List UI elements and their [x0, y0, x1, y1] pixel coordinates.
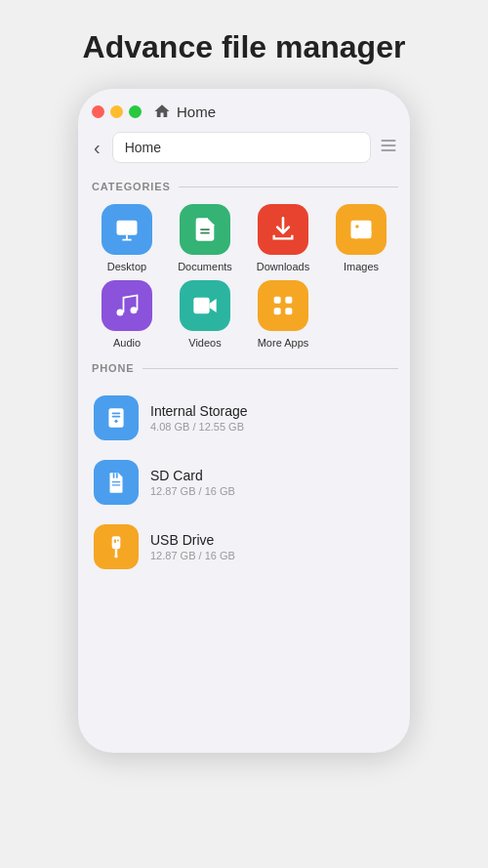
category-label-videos: Videos — [188, 337, 221, 349]
svg-point-7 — [355, 225, 359, 228]
category-icon-audio — [102, 280, 152, 331]
category-icon-documents — [180, 204, 230, 255]
category-item-images[interactable]: Images — [324, 204, 398, 272]
title-bar-text: Home — [177, 103, 216, 120]
category-label-audio: Audio — [113, 337, 141, 349]
title-bar: Home — [78, 89, 410, 128]
category-label-desktop: Desktop — [107, 261, 146, 272]
traffic-light-red[interactable] — [92, 105, 104, 118]
svg-rect-21 — [112, 481, 121, 482]
svg-rect-22 — [112, 484, 121, 485]
sd-card-icon — [94, 460, 139, 505]
category-label-documents: Documents — [178, 261, 232, 272]
traffic-lights — [92, 105, 142, 118]
svg-rect-10 — [193, 298, 209, 313]
internal-storage-name: Internal Storage — [150, 403, 248, 419]
storage-item-internal[interactable]: Internal Storage 4.08 GB / 12.55 GB — [90, 386, 398, 450]
category-item-videos[interactable]: Videos — [168, 280, 242, 349]
phone-frame: Home ‹ CATEGORIES — [78, 89, 410, 753]
category-label-moreapps: More Apps — [258, 337, 309, 349]
list-view-icon[interactable] — [379, 136, 398, 160]
search-bar-row: ‹ — [78, 128, 410, 171]
category-icon-desktop — [102, 204, 152, 255]
svg-rect-17 — [112, 416, 121, 418]
title-bar-label: Home — [153, 103, 216, 120]
svg-rect-1 — [382, 145, 396, 146]
traffic-light-yellow[interactable] — [110, 105, 123, 118]
svg-rect-23 — [112, 536, 121, 549]
sd-card-name: SD Card — [150, 468, 235, 483]
internal-storage-icon — [94, 395, 139, 440]
sd-card-info: SD Card 12.87 GB / 16 GB — [150, 468, 235, 497]
category-item-desktop[interactable]: Desktop — [90, 204, 164, 272]
svg-rect-0 — [382, 140, 396, 142]
svg-rect-13 — [274, 308, 281, 314]
categories-section-title: CATEGORIES — [92, 181, 398, 192]
search-input[interactable] — [112, 132, 371, 163]
category-item-documents[interactable]: Documents — [168, 204, 242, 272]
internal-storage-info: Internal Storage 4.08 GB / 12.55 GB — [150, 403, 248, 433]
svg-rect-26 — [117, 539, 119, 541]
category-icon-moreapps — [258, 280, 308, 331]
category-item-downloads[interactable]: Downloads — [246, 204, 320, 272]
category-label-images: Images — [344, 261, 379, 272]
internal-storage-sub: 4.08 GB / 12.55 GB — [150, 421, 248, 433]
phone-inner: Home ‹ CATEGORIES — [78, 89, 410, 753]
svg-rect-11 — [274, 297, 281, 304]
svg-rect-25 — [114, 539, 116, 542]
category-item-audio[interactable]: Audio — [90, 280, 164, 349]
storage-item-usb[interactable]: USB Drive 12.87 GB / 16 GB — [90, 515, 398, 579]
content-area: CATEGORIES Desktop Documents — [78, 181, 410, 599]
category-icon-images — [336, 204, 386, 255]
category-item-moreapps[interactable]: More Apps — [246, 280, 320, 349]
usb-drive-name: USB Drive — [150, 532, 235, 548]
svg-rect-16 — [112, 413, 121, 415]
sd-card-sub: 12.87 GB / 16 GB — [150, 485, 235, 497]
category-icon-videos — [180, 280, 230, 331]
back-button[interactable]: ‹ — [90, 136, 104, 159]
svg-rect-3 — [117, 221, 138, 235]
page-title: Advance file manager — [63, 20, 426, 65]
home-icon — [153, 103, 171, 120]
category-icon-downloads — [258, 204, 308, 255]
traffic-light-green[interactable] — [129, 105, 142, 118]
svg-rect-15 — [108, 408, 123, 428]
phone-section-title: PHONE — [92, 362, 398, 374]
usb-drive-icon — [94, 524, 139, 569]
svg-rect-20 — [116, 473, 118, 477]
storage-item-sd[interactable]: SD Card 12.87 GB / 16 GB — [90, 450, 398, 515]
categories-grid: Desktop Documents Downloads — [90, 204, 398, 349]
svg-rect-14 — [285, 308, 292, 314]
svg-point-9 — [131, 307, 138, 313]
category-label-downloads: Downloads — [257, 261, 309, 272]
phone-section: PHONE Internal St — [90, 362, 398, 579]
svg-point-8 — [117, 310, 124, 316]
svg-rect-2 — [382, 149, 396, 151]
svg-point-24 — [114, 555, 117, 558]
svg-rect-19 — [113, 473, 115, 477]
storage-list: Internal Storage 4.08 GB / 12.55 GB — [90, 386, 398, 579]
usb-drive-info: USB Drive 12.87 GB / 16 GB — [150, 532, 235, 561]
svg-point-18 — [114, 420, 117, 423]
svg-rect-12 — [285, 297, 292, 304]
usb-drive-sub: 12.87 GB / 16 GB — [150, 550, 235, 561]
